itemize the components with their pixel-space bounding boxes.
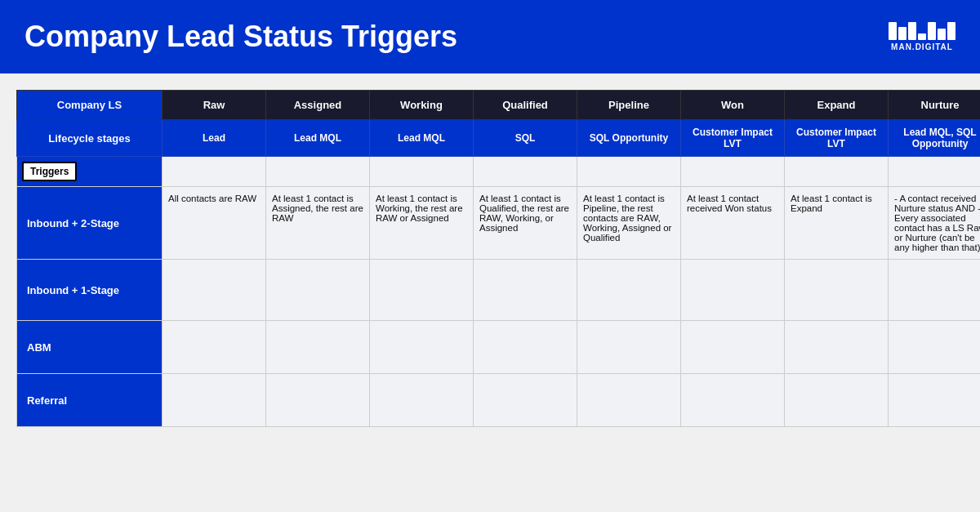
col-header-nurture: Nurture bbox=[889, 91, 981, 120]
page-title: Company Lead Status Triggers bbox=[24, 20, 457, 54]
lifecycle-pipeline: SQL Opportunity bbox=[577, 120, 681, 157]
table-row: ABM bbox=[17, 321, 981, 374]
cell-inbound1-assigned bbox=[266, 260, 370, 321]
lifecycle-raw: Lead bbox=[163, 120, 266, 157]
cell-abm-qualified bbox=[474, 321, 577, 374]
trigger-pipeline bbox=[577, 157, 681, 187]
cell-referral-nurture bbox=[889, 374, 981, 427]
cell-inbound2-won: At least 1 contact received Won status bbox=[681, 187, 785, 260]
cell-inbound2-expand: At least 1 contact is Expand bbox=[785, 187, 889, 260]
cell-inbound1-qualified bbox=[474, 260, 577, 321]
trigger-assigned bbox=[266, 157, 370, 187]
logo-icon bbox=[889, 22, 956, 40]
row-label-inbound2: Inbound + 2-Stage bbox=[17, 187, 163, 260]
cell-referral-raw bbox=[163, 374, 266, 427]
col-header-label: Company LS bbox=[17, 91, 163, 120]
cell-inbound2-qualified: At least 1 contact is Qualified, the res… bbox=[474, 187, 577, 260]
cell-inbound1-pipeline bbox=[577, 260, 681, 321]
cell-referral-qualified bbox=[474, 374, 577, 427]
lifecycle-expand: Customer Impact LVT bbox=[785, 120, 889, 157]
trigger-working bbox=[370, 157, 474, 187]
cell-inbound2-assigned: At least 1 contact is Assigned, the rest… bbox=[266, 187, 370, 260]
logo: MAN.DIGITAL bbox=[889, 22, 956, 51]
cell-inbound1-working bbox=[370, 260, 474, 321]
row-label-abm: ABM bbox=[17, 321, 163, 374]
lifecycle-won: Customer Impact LVT bbox=[681, 120, 785, 157]
cell-inbound2-pipeline: At least 1 contact is Pipeline, the rest… bbox=[577, 187, 681, 260]
row-label-referral: Referral bbox=[17, 374, 163, 427]
cell-referral-pipeline bbox=[577, 374, 681, 427]
cell-abm-pipeline bbox=[577, 321, 681, 374]
col-header-expand: Expand bbox=[785, 91, 889, 120]
cell-abm-raw bbox=[163, 321, 266, 374]
row-label-inbound1: Inbound + 1-Stage bbox=[17, 260, 163, 321]
cell-inbound2-raw: All contacts are RAW bbox=[163, 187, 266, 260]
table-row: Inbound + 2-Stage All contacts are RAW A… bbox=[17, 187, 981, 260]
col-header-pipeline: Pipeline bbox=[577, 91, 681, 120]
trigger-qualified bbox=[474, 157, 577, 187]
col-header-working: Working bbox=[370, 91, 474, 120]
cell-referral-assigned bbox=[266, 374, 370, 427]
cell-abm-assigned bbox=[266, 321, 370, 374]
cell-inbound2-working: At least 1 contact is Working, the rest … bbox=[370, 187, 474, 260]
cell-abm-nurture bbox=[889, 321, 981, 374]
triggers-label-cell: Triggers bbox=[17, 157, 163, 187]
lifecycle-qualified: SQL bbox=[474, 120, 577, 157]
trigger-expand bbox=[785, 157, 889, 187]
triggers-badge: Triggers bbox=[22, 162, 77, 181]
cell-abm-expand bbox=[785, 321, 889, 374]
table-row: Inbound + 1-Stage bbox=[17, 260, 981, 321]
lifecycle-stages-row: Lifecycle stages Lead Lead MQL Lead MQL … bbox=[17, 120, 981, 157]
cell-inbound1-expand bbox=[785, 260, 889, 321]
cell-abm-won bbox=[681, 321, 785, 374]
cell-abm-working bbox=[370, 321, 474, 374]
logo-text: MAN.DIGITAL bbox=[891, 42, 953, 51]
lifecycle-working: Lead MQL bbox=[370, 120, 474, 157]
col-header-raw: Raw bbox=[163, 91, 266, 120]
lifecycle-assigned: Lead MQL bbox=[266, 120, 370, 157]
main-table: Company LS Raw Assigned Working Qualifie… bbox=[16, 90, 980, 427]
table-row: Referral bbox=[17, 374, 981, 427]
page-header: Company Lead Status Triggers MAN.DIGITAL bbox=[0, 0, 980, 73]
trigger-nurture bbox=[889, 157, 981, 187]
cell-inbound2-nurture: - A contact received Nurture status AND … bbox=[889, 187, 981, 260]
cell-referral-won bbox=[681, 374, 785, 427]
cell-inbound1-won bbox=[681, 260, 785, 321]
table-header-row: Company LS Raw Assigned Working Qualifie… bbox=[17, 91, 981, 120]
lifecycle-nurture: Lead MQL, SQL Opportunity bbox=[889, 120, 981, 157]
content-area: Company LS Raw Assigned Working Qualifie… bbox=[0, 73, 980, 435]
col-header-won: Won bbox=[681, 91, 785, 120]
cell-referral-working bbox=[370, 374, 474, 427]
col-header-assigned: Assigned bbox=[266, 91, 370, 120]
cell-inbound1-raw bbox=[163, 260, 266, 321]
cell-inbound1-nurture bbox=[889, 260, 981, 321]
triggers-row: Triggers bbox=[17, 157, 981, 187]
trigger-won bbox=[681, 157, 785, 187]
trigger-raw bbox=[163, 157, 266, 187]
cell-referral-expand bbox=[785, 374, 889, 427]
lifecycle-stages-label: Lifecycle stages bbox=[17, 120, 163, 157]
col-header-qualified: Qualified bbox=[474, 91, 577, 120]
